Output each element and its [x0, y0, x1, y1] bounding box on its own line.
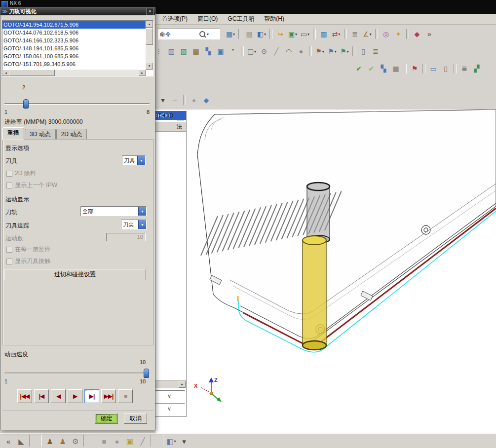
sphere-icon[interactable]: ● ▾: [111, 435, 123, 448]
tool-trace-combo[interactable]: 刀尖 ▼: [121, 220, 147, 229]
more-quote-icon[interactable]: ” ▾: [227, 45, 239, 57]
toolbar-button[interactable]: ▾: [422, 64, 425, 74]
scroll-left-icon[interactable]: ◂: [2, 70, 9, 76]
report-doc-icon[interactable]: ▣ ▾: [215, 45, 227, 57]
slash-icon[interactable]: ╱ ▾: [136, 435, 149, 448]
datum-icon[interactable]: ∠ ▾: [361, 28, 373, 40]
checkbox-box[interactable]: [6, 171, 12, 177]
flag-orange-icon[interactable]: ⚑ ▾: [314, 45, 326, 57]
navigator-collapsed-combo-1[interactable]: ∨: [153, 390, 185, 401]
work-layer-icon[interactable]: ▤ ▾: [243, 28, 255, 40]
render-tools-icon[interactable]: ◆ ▾: [411, 28, 423, 40]
approve-check-icon[interactable]: ✔ ▾: [365, 63, 377, 75]
search-dropdown-caret-icon[interactable]: ▾: [207, 32, 209, 37]
solid-body-icon[interactable]: ◧ ▾: [256, 28, 267, 40]
checkbox-box[interactable]: [6, 247, 12, 253]
wireframe-view-icon[interactable]: ◆ ▾: [200, 94, 212, 106]
dropdown-caret-icon[interactable]: ▾: [254, 49, 256, 54]
flag-green-icon[interactable]: ⚑ ▾: [339, 45, 350, 57]
checkbox-box[interactable]: [6, 259, 12, 264]
checkbox-box[interactable]: [6, 183, 12, 188]
progress-slider-thumb[interactable]: [23, 99, 29, 109]
toolbar-button[interactable]: ▾: [241, 46, 244, 56]
checkbox-show-last-ipw[interactable]: 显示上一个 IPW: [6, 181, 57, 189]
goto-listbox[interactable]: GOTO/-141.954,102.671,5.906 GOTO/-144.07…: [2, 20, 153, 76]
toolbar-button[interactable]: ▾: [29, 435, 42, 447]
command-search-box[interactable]: ▾: [157, 29, 220, 39]
scrollbar-thumb[interactable]: [9, 70, 55, 76]
scroll-up-icon[interactable]: ▴: [146, 21, 153, 28]
flag-red-icon[interactable]: ⚑ ▾: [409, 63, 420, 75]
mini-caret-icon[interactable]: ▾ ▾: [157, 94, 169, 106]
machine-tool-icon[interactable]: ⚙ ▾: [69, 435, 82, 448]
menu-help[interactable]: 帮助(H): [259, 13, 289, 25]
user-icon[interactable]: ♟ ▾: [43, 435, 56, 448]
scroll-right-icon[interactable]: ▸: [139, 70, 146, 76]
sheet-ops-icon[interactable]: ▯ ▾: [357, 45, 369, 57]
horizontal-scrollbar[interactable]: ◂ ▸: [2, 70, 146, 76]
dropdown-arrow-icon[interactable]: ▼: [138, 207, 146, 216]
viewport-canvas[interactable]: Z X: [155, 110, 496, 433]
forward-to-end-button[interactable]: ▶▶|: [101, 389, 116, 403]
dropdown-arrow-icon[interactable]: ▼: [138, 220, 146, 229]
dropdown-arrow-icon[interactable]: ▼: [137, 156, 145, 165]
rewind-to-start-button[interactable]: |◀◀: [17, 389, 32, 403]
goto-list-item[interactable]: GOTO/-144.076,102.618,5.906: [2, 29, 146, 37]
tab-3d-dynamic[interactable]: 3D 动态: [25, 129, 56, 140]
step-forward-button[interactable]: ▶|: [84, 389, 99, 403]
assembly-rows-icon[interactable]: ▥ ▾: [165, 45, 177, 57]
group-icon[interactable]: ♟ ▾: [56, 435, 69, 448]
transform-icon[interactable]: ⇄ ▾: [330, 28, 342, 40]
toolbar-button[interactable]: ▾: [151, 435, 163, 447]
search-icon[interactable]: [199, 31, 205, 37]
panel-icon[interactable]: ▯ ▾: [440, 63, 452, 75]
reuse-library-icon[interactable]: ↪ ▾: [274, 28, 286, 40]
toolpath-range-combo[interactable]: 全部 ▼: [80, 206, 147, 216]
display-style-icon[interactable]: ▭ ▾: [299, 28, 311, 40]
goto-list-item[interactable]: GOTO/-148.194,101.685,5.906: [2, 44, 146, 52]
menu-gc-toolbox[interactable]: GC工具箱: [223, 13, 259, 25]
dropdown-caret-icon[interactable]: ▾: [322, 49, 324, 54]
close-icon[interactable]: ×: [146, 8, 154, 15]
dropdown-caret-icon[interactable]: ▾: [174, 439, 176, 444]
toolbar-button[interactable]: ▾: [269, 29, 272, 39]
stop-button[interactable]: ■: [118, 389, 133, 403]
align-icon[interactable]: ▚ ▾: [202, 45, 214, 57]
stacked-layers-icon[interactable]: ▚ ▾: [378, 63, 389, 75]
tab-replay[interactable]: 重播: [2, 127, 24, 140]
play-forward-button[interactable]: ▶: [68, 389, 82, 403]
toolbar-button[interactable]: ▾: [344, 29, 347, 39]
compare-view-icon[interactable]: ▞ ▾: [471, 63, 483, 75]
toolbar-button[interactable]: ▾: [454, 64, 457, 74]
layer-stack-icon[interactable]: ≣ ▾: [349, 28, 361, 40]
dropdown-caret-icon[interactable]: ▾: [233, 32, 235, 37]
verify-check-icon[interactable]: ✔ ▾: [353, 63, 365, 75]
collapse-chevron-icon[interactable]: « ▾: [2, 435, 15, 448]
mini-dash-icon[interactable]: – ▾: [169, 94, 181, 106]
list-view-icon[interactable]: ≣ ▾: [458, 63, 470, 75]
play-backward-button[interactable]: ◀: [51, 389, 66, 403]
goto-list-item[interactable]: GOTO/-151.701,99.340,5.906: [2, 60, 146, 68]
toolbar-button[interactable]: ▾: [83, 435, 96, 447]
tab-2d-dynamic[interactable]: 2D 动态: [56, 129, 87, 140]
bottom-overflow-icon[interactable]: ▾ ▾: [178, 435, 191, 448]
toolbar-button[interactable]: ▾: [375, 29, 378, 39]
scrollbar-thumb[interactable]: [146, 28, 153, 45]
shaded-view-icon[interactable]: ● ▾: [188, 94, 200, 106]
goto-list-item[interactable]: GOTO/-146.166,102.323,5.906: [2, 37, 146, 44]
navigator-collapsed-combo-2[interactable]: ∨: [153, 403, 185, 414]
menu-preferences[interactable]: 首选项(P): [157, 13, 192, 25]
fixture-icon[interactable]: ▣ ▾: [123, 435, 136, 448]
pattern-icon[interactable]: ▤ ▾: [190, 45, 202, 57]
scroll-down-icon[interactable]: ▾: [146, 63, 153, 70]
key-icon[interactable]: ✦ ▾: [392, 28, 404, 40]
copy-display-icon[interactable]: ▥ ▾: [318, 28, 330, 40]
checkbox-2d-material-removal[interactable]: 2D 除料: [6, 169, 36, 178]
vertical-scrollbar[interactable]: ▴ ▾: [146, 21, 153, 70]
machine-grid-icon[interactable]: ▦ ▾: [390, 63, 402, 75]
menu-window[interactable]: 窗口(O): [192, 13, 223, 25]
flag-blue-icon[interactable]: ⚑ ▾: [326, 45, 338, 57]
snap-center-icon[interactable]: ⊙ ▾: [258, 45, 270, 57]
navigator-column-header[interactable]: 法: [153, 122, 186, 132]
selection-filter-icon[interactable]: ▦ ▾: [225, 28, 236, 40]
